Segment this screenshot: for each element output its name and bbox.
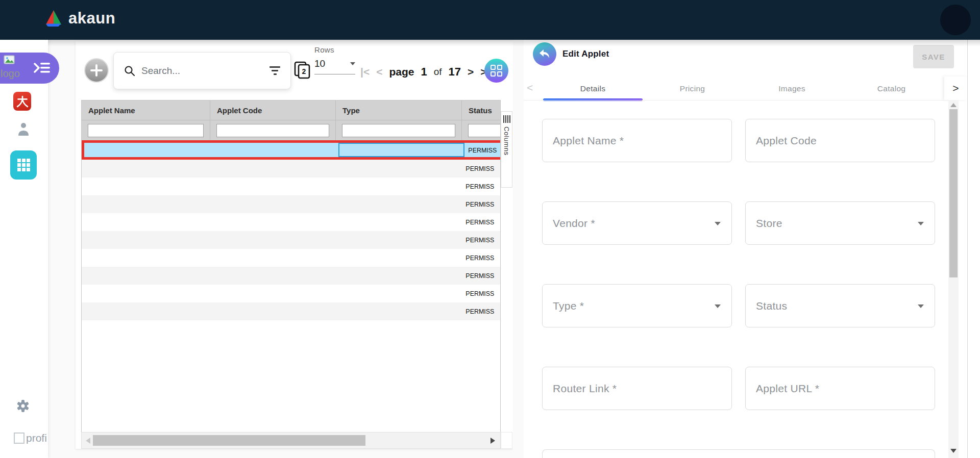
column-header-status[interactable]: Status	[462, 100, 501, 120]
cell-type[interactable]	[336, 302, 462, 320]
cell-type[interactable]	[336, 249, 462, 267]
tabs-prev-chevron[interactable]: <	[527, 82, 533, 94]
sidebar-item-user[interactable]	[16, 121, 30, 139]
cell-applet-name[interactable]	[82, 249, 210, 267]
save-button[interactable]: SAVE	[913, 45, 954, 68]
cell-status[interactable]: PERMISS	[462, 213, 501, 231]
duplicate-icon[interactable]: 2	[294, 61, 311, 80]
tab-catalog[interactable]: Catalog	[842, 77, 941, 100]
table-row[interactable]: PERMISS	[82, 195, 501, 213]
vertical-scrollbar-thumb[interactable]	[949, 109, 958, 277]
vertical-scrollbar[interactable]	[948, 100, 959, 458]
column-header-type[interactable]: Type	[336, 100, 462, 120]
scroll-down-arrow-icon[interactable]	[950, 449, 957, 453]
cell-applet-code[interactable]	[210, 249, 336, 267]
cell-status[interactable]: PERMISS	[462, 231, 501, 249]
table-row[interactable]: PERMISS	[82, 267, 501, 285]
cell-applet-name[interactable]	[84, 143, 213, 157]
table-row[interactable]: PERMISS	[82, 213, 501, 231]
scroll-up-arrow-icon[interactable]	[950, 103, 957, 107]
cell-type[interactable]	[336, 231, 462, 249]
filter-input-applet-name[interactable]	[88, 124, 204, 137]
field-router-link[interactable]	[543, 367, 731, 410]
cell-status[interactable]: PERMISS	[464, 143, 501, 157]
cell-applet-code[interactable]	[210, 177, 336, 195]
cell-applet-name[interactable]	[82, 160, 210, 177]
scroll-right-arrow-icon[interactable]	[491, 438, 495, 444]
cell-type[interactable]	[336, 195, 462, 213]
sidebar-item-settings[interactable]	[16, 399, 30, 415]
column-header-applet-name[interactable]: Applet Name	[82, 100, 210, 120]
cell-applet-code[interactable]	[210, 267, 336, 285]
cell-applet-name[interactable]	[82, 302, 210, 320]
cell-status[interactable]: PERMISS	[462, 177, 501, 195]
table-row[interactable]: PERMISS	[82, 302, 501, 320]
table-row[interactable]: PERMISS	[82, 177, 501, 195]
table-row[interactable]: PERMISS	[82, 140, 501, 160]
field-store[interactable]	[746, 202, 935, 244]
menu-open-icon[interactable]	[34, 61, 51, 74]
cell-applet-name[interactable]	[82, 213, 210, 231]
table-row[interactable]: PERMISS	[82, 285, 501, 302]
field-applet-url[interactable]	[746, 367, 935, 410]
cell-applet-name[interactable]	[82, 231, 210, 249]
view-toggle-button[interactable]	[484, 59, 508, 83]
sidebar-item-apps[interactable]	[10, 150, 37, 180]
cell-status[interactable]: PERMISS	[462, 160, 501, 177]
cell-applet-code[interactable]	[210, 231, 336, 249]
horizontal-scrollbar[interactable]	[81, 432, 501, 449]
cell-status[interactable]: PERMISS	[462, 302, 501, 320]
sidebar-item-red-app[interactable]	[13, 92, 31, 111]
cell-status[interactable]: PERMISS	[462, 195, 501, 213]
user-avatar[interactable]	[940, 5, 971, 35]
brand-logo[interactable]: akaun	[44, 9, 115, 28]
cell-applet-name[interactable]	[82, 195, 210, 213]
cell-applet-code[interactable]	[210, 195, 336, 213]
search-input[interactable]	[141, 65, 263, 77]
filter-input-status[interactable]	[468, 124, 501, 137]
cell-applet-code[interactable]	[210, 160, 336, 177]
search-box[interactable]	[113, 52, 291, 89]
cell-applet-code[interactable]	[213, 143, 338, 157]
cell-type[interactable]	[336, 160, 462, 177]
cell-type[interactable]	[336, 177, 462, 195]
cell-applet-name[interactable]	[82, 267, 210, 285]
field-type[interactable]	[543, 285, 731, 327]
sidebar-profile-broken-image[interactable]: profi	[14, 432, 47, 444]
cell-type[interactable]	[336, 285, 462, 302]
cell-applet-code[interactable]	[210, 213, 336, 231]
add-button[interactable]	[84, 58, 109, 83]
rows-select[interactable]: 10	[314, 58, 355, 74]
horizontal-scrollbar-thumb[interactable]	[93, 435, 365, 446]
prev-page-button[interactable]: <	[376, 66, 382, 78]
cell-applet-code[interactable]	[210, 285, 336, 302]
cell-applet-code[interactable]	[210, 302, 336, 320]
cell-applet-name[interactable]	[82, 177, 210, 195]
field-status[interactable]	[746, 285, 935, 327]
field-applet-name[interactable]	[543, 119, 731, 162]
columns-tab[interactable]: Columns	[501, 111, 512, 188]
filter-input-type[interactable]	[342, 124, 455, 137]
filter-input-applet-code[interactable]	[216, 124, 329, 137]
cell-status[interactable]: PERMISS	[462, 249, 501, 267]
field-vendor[interactable]	[543, 202, 731, 244]
cell-applet-name[interactable]	[82, 285, 210, 302]
field-applet-code[interactable]	[746, 119, 935, 162]
next-page-button[interactable]: >	[468, 66, 474, 78]
column-header-applet-code[interactable]: Applet Code	[210, 100, 336, 120]
tabs-next-chevron[interactable]: >	[944, 77, 967, 100]
cell-type[interactable]	[338, 143, 464, 157]
first-page-button[interactable]: |<	[360, 66, 370, 78]
tab-images[interactable]: Images	[742, 77, 842, 100]
cell-status[interactable]: PERMISS	[462, 267, 501, 285]
sidebar-logo-pill[interactable]: logo	[0, 53, 59, 84]
back-button[interactable]	[533, 42, 556, 66]
table-row[interactable]: PERMISS	[82, 231, 501, 249]
scroll-left-arrow-icon[interactable]	[86, 438, 90, 444]
tab-pricing[interactable]: Pricing	[643, 77, 742, 100]
cell-type[interactable]	[336, 267, 462, 285]
cell-type[interactable]	[336, 213, 462, 231]
filter-icon[interactable]	[270, 66, 280, 75]
cell-status[interactable]: PERMISS	[462, 285, 501, 302]
tab-details[interactable]: Details	[543, 77, 643, 100]
